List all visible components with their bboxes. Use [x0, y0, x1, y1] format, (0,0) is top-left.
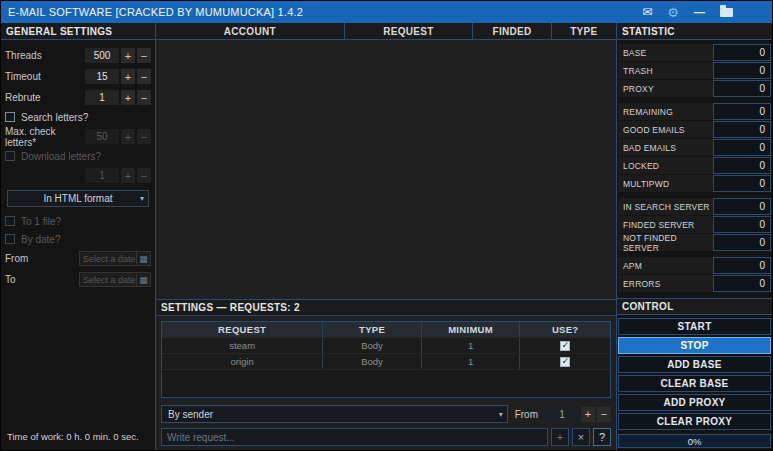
threads-increase-button[interactable]: +: [121, 48, 135, 63]
column-header-request[interactable]: REQUEST: [345, 23, 474, 39]
stat-row: FINDED SERVER 0: [618, 216, 771, 233]
max-check-letters-decrease-button: −: [137, 129, 151, 144]
date-from-placeholder: Select a date: [83, 254, 136, 264]
column-header-finded[interactable]: FINDED: [473, 23, 551, 39]
search-letters-checkbox[interactable]: [5, 112, 15, 122]
minimize-icon[interactable]: —: [694, 7, 705, 18]
date-to-row: To Select a date ▦: [5, 271, 151, 288]
use-checkbox[interactable]: [560, 357, 570, 367]
stat-row: GOOD EMAILS 0: [618, 121, 771, 138]
stop-button[interactable]: STOP: [618, 337, 771, 354]
to-one-file-label: To 1 file?: [21, 216, 151, 227]
use-checkbox[interactable]: [560, 341, 570, 351]
request-use-cell: [520, 338, 610, 353]
stat-value: 0: [713, 234, 771, 251]
center-panel: ACCOUNT REQUEST FINDED TYPE SETTINGS — R…: [156, 23, 616, 450]
add-base-button[interactable]: ADD BASE: [618, 356, 771, 373]
remove-request-button[interactable]: ×: [572, 428, 590, 446]
req-column-type[interactable]: TYPE: [323, 322, 422, 337]
date-to-field: Select a date ▦: [79, 272, 151, 287]
sender-dropdown-value: By sender: [168, 409, 213, 420]
rebrute-label: Rebrute: [5, 92, 85, 103]
request-row-origin[interactable]: origin Body 1: [162, 353, 610, 369]
rebrute-increase-button[interactable]: +: [121, 90, 135, 105]
stat-row: BAD EMAILS 0: [618, 139, 771, 156]
timeout-increase-button[interactable]: +: [121, 69, 135, 84]
stat-row: NOT FINDED SERVER 0: [618, 234, 771, 251]
stat-row: IN SEARCH SERVER 0: [618, 198, 771, 215]
rebrute-decrease-button[interactable]: −: [137, 90, 151, 105]
request-input[interactable]: [161, 428, 548, 446]
search-letters-row: Search letters?: [5, 110, 151, 124]
add-request-button[interactable]: +: [551, 428, 569, 446]
req-column-use[interactable]: USE?: [520, 322, 610, 337]
from-decrease-button[interactable]: −: [597, 407, 611, 422]
stat-label: IN SEARCH SERVER: [618, 198, 713, 215]
timeout-label: Timeout: [5, 71, 85, 82]
stat-value: 0: [713, 121, 771, 138]
download-letters-row: Download letters?: [5, 149, 151, 163]
request-use-cell: [520, 354, 610, 369]
start-button[interactable]: START: [618, 318, 771, 335]
threads-value[interactable]: 500: [85, 48, 119, 63]
main-area: GENERAL SETTINGS Threads 500 + − Timeout…: [1, 23, 772, 450]
from-value[interactable]: 1: [545, 407, 579, 422]
results-table-header: ACCOUNT REQUEST FINDED TYPE: [156, 23, 616, 40]
timeout-decrease-button[interactable]: −: [137, 69, 151, 84]
by-date-label: By date?: [21, 234, 151, 245]
stat-label: PROXY: [618, 80, 713, 97]
req-column-minimum[interactable]: MINIMUM: [422, 322, 521, 337]
progress-bar: 0%: [618, 434, 771, 448]
download-count-row: 1 + −: [5, 167, 151, 184]
titlebar-icons: ✉ ⚙ —: [642, 6, 765, 19]
sender-dropdown[interactable]: By sender ▾: [161, 405, 508, 423]
date-from-row: From Select a date ▦: [5, 250, 151, 267]
send-mail-icon[interactable]: ✉: [642, 6, 652, 18]
search-letters-label: Search letters?: [21, 112, 151, 123]
requests-table-empty[interactable]: [162, 369, 610, 397]
request-minimum: 1: [422, 354, 521, 369]
calendar-icon: ▦: [136, 252, 150, 265]
stat-value: 0: [713, 216, 771, 233]
threads-decrease-button[interactable]: −: [137, 48, 151, 63]
max-check-letters-value: 50: [85, 129, 119, 144]
stat-label: REMAINING: [618, 103, 713, 120]
time-of-work-label: Time of work: 0 h. 0 min. 0 sec.: [5, 428, 151, 446]
folder-icon[interactable]: [720, 6, 733, 18]
clear-base-button[interactable]: CLEAR BASE: [618, 375, 771, 392]
titlebar: E-MAIL SOFTWARE [CRACKED BY MUMUMUCKA] 1…: [1, 1, 772, 23]
date-to-placeholder: Select a date: [83, 275, 136, 285]
request-name: steam: [162, 338, 323, 353]
settings-gear-icon[interactable]: ⚙: [667, 6, 679, 19]
column-header-type[interactable]: TYPE: [552, 23, 616, 39]
request-type: Body: [323, 338, 422, 353]
stat-label: TRASH: [618, 62, 713, 79]
stat-value: 0: [713, 157, 771, 174]
date-from-label: From: [5, 253, 79, 264]
results-table-body[interactable]: [156, 40, 616, 299]
threads-row: Threads 500 + −: [5, 47, 151, 64]
max-check-letters-increase-button: +: [121, 129, 135, 144]
stat-value: 0: [713, 175, 771, 192]
from-increase-button[interactable]: +: [581, 407, 595, 422]
stat-value: 0: [713, 80, 771, 97]
timeout-value[interactable]: 15: [85, 69, 119, 84]
clear-proxy-button[interactable]: CLEAR PROXY: [618, 413, 771, 430]
request-input-row: + × ?: [161, 428, 611, 446]
stat-label: APM: [618, 257, 713, 274]
request-minimum: 1: [422, 338, 521, 353]
sender-row: By sender ▾ From 1 + −: [161, 405, 611, 423]
date-from-field: Select a date ▦: [79, 251, 151, 266]
request-row-steam[interactable]: steam Body 1: [162, 337, 610, 353]
download-letters-label: Download letters?: [21, 151, 151, 162]
rebrute-value[interactable]: 1: [85, 90, 119, 105]
column-header-account[interactable]: ACCOUNT: [156, 23, 345, 39]
add-proxy-button[interactable]: ADD PROXY: [618, 394, 771, 411]
chevron-down-icon: ▾: [140, 194, 144, 203]
req-column-request[interactable]: REQUEST: [162, 322, 323, 337]
statistic-header: STATISTIC: [617, 23, 772, 40]
stat-label: FINDED SERVER: [618, 216, 713, 233]
help-button[interactable]: ?: [593, 428, 611, 446]
format-dropdown[interactable]: In HTML format ▾: [7, 190, 149, 207]
stat-label: BAD EMAILS: [618, 139, 713, 156]
